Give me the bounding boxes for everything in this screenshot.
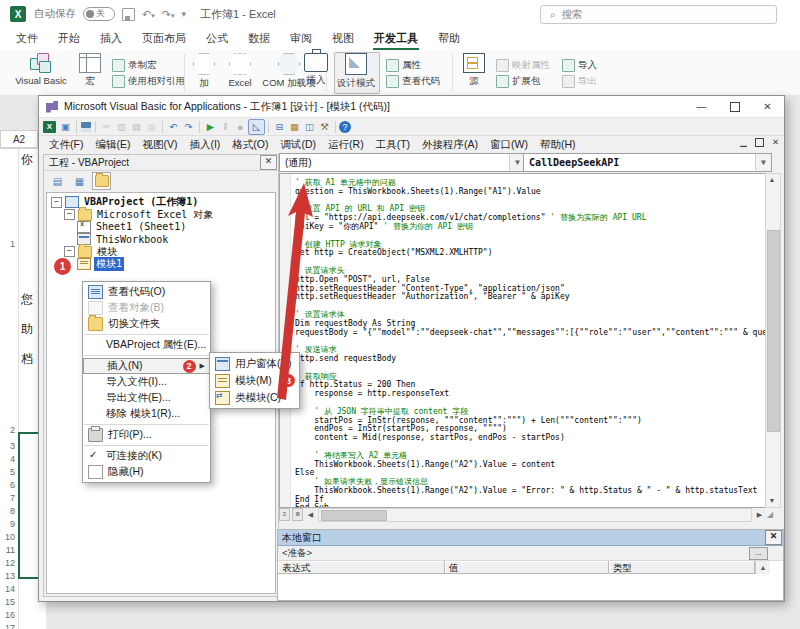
full-module-view-icon[interactable]: ≣ bbox=[292, 508, 303, 521]
design-mode-button[interactable] bbox=[248, 119, 265, 135]
row-header[interactable]: 14 bbox=[0, 584, 15, 594]
tree-expander-icon[interactable]: − bbox=[64, 246, 75, 257]
import-button[interactable]: 导入 bbox=[562, 58, 597, 72]
row-header[interactable]: 16 bbox=[0, 610, 15, 620]
autosave-toggle[interactable]: 关 bbox=[83, 7, 115, 21]
project-tree-item[interactable]: Sheet1 (Sheet1) bbox=[47, 221, 275, 233]
copy-button[interactable] bbox=[114, 120, 129, 134]
ribbon-tab[interactable]: 视图 bbox=[322, 28, 364, 50]
design-mode-button[interactable]: 设计模式 bbox=[336, 53, 376, 88]
procedure-view-icon[interactable]: ≡ bbox=[279, 508, 290, 521]
row-header[interactable]: 17 bbox=[0, 623, 15, 629]
properties-button[interactable]: 属性 bbox=[386, 58, 421, 72]
row-header[interactable]: 13 bbox=[0, 571, 15, 581]
find-button[interactable] bbox=[144, 120, 159, 134]
submenu-item[interactable]: 类模块(C) bbox=[210, 389, 299, 406]
vbe-menu[interactable]: 窗口(W) bbox=[484, 136, 534, 152]
procedure-dropdown[interactable]: CallDeepSeekAPI ▼ bbox=[523, 153, 772, 172]
doc-minimize-icon[interactable]: ▁ bbox=[740, 137, 747, 147]
help-button[interactable] bbox=[339, 121, 351, 133]
addins-button[interactable]: 加 bbox=[190, 53, 218, 88]
view-code-toolbar-icon[interactable]: ▤ bbox=[48, 172, 67, 190]
row-header[interactable]: 3 bbox=[0, 441, 15, 451]
submenu-item[interactable]: 用户窗体(U) bbox=[210, 355, 299, 372]
name-box[interactable]: A2 bbox=[0, 130, 38, 148]
properties-window-button[interactable] bbox=[287, 120, 302, 134]
locals-close-button[interactable]: ✕ bbox=[765, 530, 782, 545]
excel-button[interactable] bbox=[43, 121, 56, 133]
context-menu-item[interactable]: 插入(N) 2 ▶ bbox=[83, 358, 210, 374]
project-close-button[interactable]: ✕ bbox=[260, 155, 277, 170]
ribbon-tab[interactable]: 审阅 bbox=[280, 28, 322, 50]
save-button[interactable] bbox=[80, 120, 92, 134]
qat-customize-icon[interactable]: ▾ bbox=[181, 9, 186, 19]
row-header[interactable]: 1 bbox=[0, 239, 15, 249]
context-menu-item[interactable]: 可连接的(K) bbox=[83, 448, 210, 464]
code-editor[interactable]: ' 获取 A1 单元格中的问题question = ThisWorkbook.S… bbox=[279, 173, 767, 508]
locals-ellipsis-button[interactable]: ... bbox=[749, 547, 768, 560]
ribbon-tab[interactable]: 帮助 bbox=[428, 28, 470, 50]
excel-addins-button[interactable]: Excel bbox=[222, 53, 258, 88]
ribbon-tab[interactable]: 数据 bbox=[238, 28, 280, 50]
row-header[interactable]: 6 bbox=[0, 480, 15, 490]
source-button[interactable]: 源 bbox=[460, 53, 488, 86]
context-menu-item[interactable]: 切换文件夹 bbox=[83, 316, 210, 332]
row-header[interactable]: 7 bbox=[0, 493, 15, 503]
toolbox-button[interactable] bbox=[317, 120, 332, 134]
vbe-menu[interactable]: 插入(I) bbox=[183, 136, 226, 152]
ribbon-tab[interactable]: 页面布局 bbox=[132, 28, 196, 50]
context-menu-item[interactable]: 查看代码(O) bbox=[83, 284, 210, 300]
object-browser-button[interactable] bbox=[302, 120, 317, 134]
doc-restore-icon[interactable] bbox=[755, 138, 764, 147]
context-menu-item[interactable]: 移除 模块1(R)... bbox=[83, 406, 210, 422]
locals-column-type[interactable]: 类型 bbox=[609, 561, 755, 574]
record-macro-button[interactable]: 录制宏 bbox=[112, 58, 157, 72]
vbe-close-button[interactable]: ✕ bbox=[751, 96, 784, 117]
ribbon-tab[interactable]: 开发工具 bbox=[364, 28, 428, 50]
vbe-menu[interactable]: 编辑(E) bbox=[89, 136, 136, 152]
scroll-right-icon[interactable]: ▶ bbox=[754, 511, 765, 519]
locals-scroll-up-icon[interactable]: ▲ bbox=[755, 561, 770, 574]
vbe-menu[interactable]: 视图(V) bbox=[136, 136, 183, 152]
paste-button[interactable] bbox=[129, 120, 144, 134]
row-header[interactable]: 10 bbox=[0, 532, 15, 542]
scrollbar-thumb[interactable] bbox=[321, 510, 387, 521]
tree-expander-icon[interactable]: − bbox=[64, 209, 75, 220]
row-header[interactable]: 8 bbox=[0, 506, 15, 516]
vbe-menu[interactable]: 调试(D) bbox=[275, 136, 323, 152]
vbe-menu[interactable]: 帮助(H) bbox=[534, 136, 582, 152]
scrollbar-thumb[interactable] bbox=[767, 230, 780, 432]
vbe-maximize-button[interactable] bbox=[718, 96, 751, 117]
project-tree-item[interactable]: − 模块 bbox=[47, 246, 275, 258]
insert-userform-button[interactable] bbox=[58, 120, 73, 134]
context-menu-item[interactable]: 隐藏(H) bbox=[83, 464, 210, 480]
row-header[interactable]: 2 bbox=[0, 425, 15, 435]
row-header[interactable]: 15 bbox=[0, 597, 15, 607]
ribbon-tab[interactable]: 插入 bbox=[90, 28, 132, 50]
row-header[interactable]: 11 bbox=[0, 545, 15, 555]
vbe-menu[interactable]: 运行(R) bbox=[322, 136, 370, 152]
reset-button[interactable] bbox=[233, 120, 248, 134]
scroll-up-icon[interactable]: ▲ bbox=[766, 174, 778, 186]
scroll-left-icon[interactable]: ◀ bbox=[305, 511, 316, 519]
vbe-menu[interactable]: 格式(O) bbox=[226, 136, 274, 152]
insert-control-button[interactable]: 插入 bbox=[296, 53, 336, 85]
object-dropdown[interactable]: (通用) ▼ bbox=[279, 153, 526, 172]
project-tree-item[interactable]: − Microsoft Excel 对象 bbox=[47, 208, 275, 220]
ribbon-tab[interactable]: 公式 bbox=[196, 28, 238, 50]
project-explorer-button[interactable] bbox=[272, 120, 287, 134]
redo-icon[interactable]: ↷▾ bbox=[162, 8, 175, 21]
context-menu-item[interactable]: 打印(P)... bbox=[83, 427, 210, 443]
export-button[interactable]: 导出 bbox=[562, 74, 597, 88]
context-menu-item[interactable]: VBAProject 属性(E)... bbox=[83, 337, 210, 353]
row-header[interactable]: 5 bbox=[0, 467, 15, 477]
undo-icon[interactable]: ↶▾ bbox=[142, 8, 155, 21]
vbe-menu[interactable]: 外接程序(A) bbox=[416, 136, 484, 152]
row-header[interactable]: 4 bbox=[0, 454, 15, 464]
macros-button[interactable]: 宏 bbox=[74, 53, 106, 86]
tree-expander-icon[interactable]: − bbox=[51, 197, 62, 208]
view-code-button[interactable]: 查看代码 bbox=[386, 74, 440, 88]
context-menu-item[interactable]: 导出文件(E)... bbox=[83, 390, 210, 406]
code-vertical-scrollbar[interactable]: ▲ ▼ bbox=[765, 173, 781, 508]
vbe-menu[interactable]: 文件(F) bbox=[43, 136, 89, 152]
